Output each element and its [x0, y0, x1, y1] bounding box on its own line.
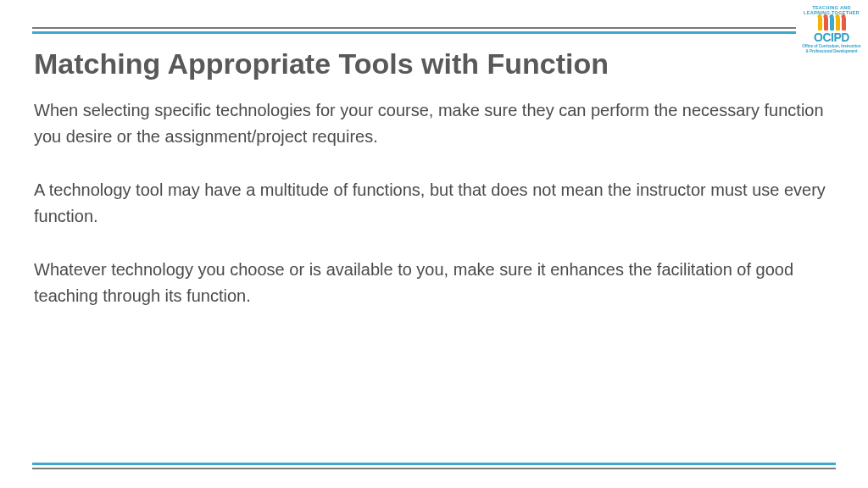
- divider-line-gray: [32, 27, 796, 29]
- paragraph: When selecting specific technologies for…: [34, 97, 834, 150]
- paragraph: Whatever technology you choose or is ava…: [34, 257, 834, 309]
- divider-line-blue: [32, 31, 796, 34]
- slide-content: Matching Appropriate Tools with Function…: [34, 47, 834, 336]
- slide-title: Matching Appropriate Tools with Function: [34, 47, 834, 80]
- logo-keys-icon: [802, 17, 861, 30]
- top-divider: [32, 27, 796, 34]
- divider-line-gray: [32, 468, 836, 469]
- slide-body: When selecting specific technologies for…: [34, 97, 834, 309]
- bottom-divider: [32, 463, 836, 469]
- divider-line-blue: [32, 463, 836, 465]
- paragraph: A technology tool may have a multitude o…: [34, 177, 834, 230]
- logo-name: OCIPD: [802, 31, 861, 43]
